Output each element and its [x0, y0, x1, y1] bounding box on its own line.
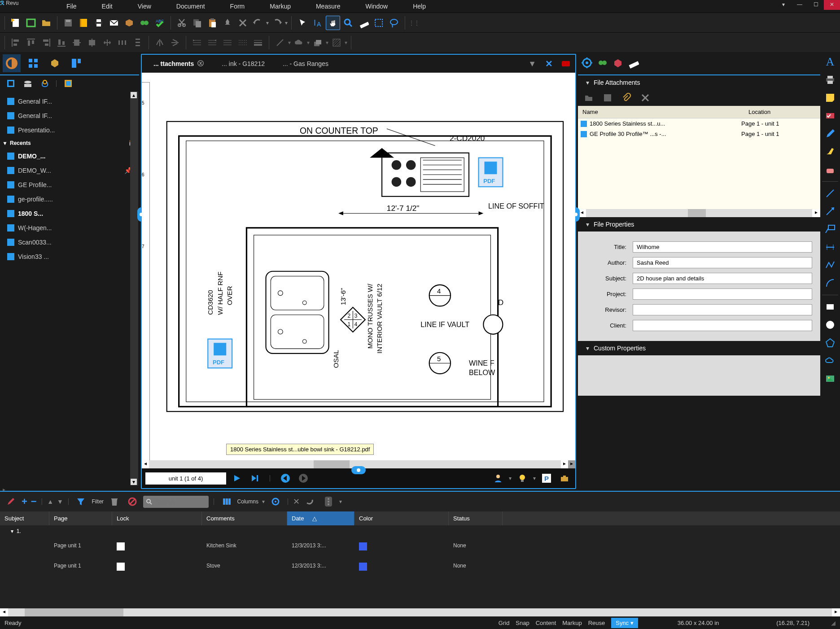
prop-revisor-input[interactable]	[633, 304, 812, 315]
attachment-row[interactable]: 1800 Series Stainless st...u... Page 1 -…	[578, 118, 820, 129]
save-book-icon[interactable]	[76, 16, 91, 30]
record-icon[interactable]	[562, 61, 570, 66]
pin-icon[interactable]	[220, 16, 235, 30]
next-view-icon[interactable]	[296, 471, 311, 485]
pencil-icon[interactable]	[822, 126, 838, 142]
undo-icon[interactable]	[251, 16, 265, 30]
bp-delete-icon[interactable]: ✕	[293, 497, 300, 507]
polygon-icon[interactable]	[822, 335, 838, 351]
maximize-button[interactable]: ☐	[808, 0, 824, 10]
line-style-2-icon[interactable]	[205, 35, 219, 50]
trash-icon[interactable]	[107, 494, 122, 509]
redo-icon[interactable]	[270, 16, 284, 30]
callout-icon[interactable]	[822, 221, 838, 237]
minimize-button[interactable]: —	[792, 0, 808, 10]
paste-icon[interactable]	[205, 16, 219, 30]
tree-item[interactable]: General IF...	[2, 109, 137, 123]
pan-icon[interactable]	[326, 16, 340, 30]
tab-home-icon[interactable]	[3, 54, 21, 72]
close-tab-icon[interactable]: ⓧ	[197, 60, 204, 68]
col-lock[interactable]: Lock	[112, 511, 202, 525]
hatch-icon[interactable]	[329, 35, 344, 50]
open-icon[interactable]	[24, 16, 38, 30]
highlighter-icon[interactable]	[822, 144, 838, 160]
prop-project-input[interactable]	[633, 288, 812, 300]
print-icon[interactable]	[92, 16, 106, 30]
tab-spaces-icon[interactable]	[67, 54, 85, 72]
text-tool-icon[interactable]: A	[822, 54, 838, 70]
menu-help[interactable]: Help	[400, 1, 438, 12]
left-expand-toggle[interactable]: ▸	[0, 485, 139, 491]
delete-icon[interactable]	[236, 16, 250, 30]
tree-scrollbar[interactable]: ▴ ▾	[130, 92, 138, 485]
cut-icon[interactable]	[175, 16, 189, 30]
attachments-header[interactable]: File Attachments	[578, 75, 820, 90]
markup-group[interactable]: ▾ 1.	[0, 525, 840, 537]
menu-measure[interactable]: Measure	[303, 1, 353, 12]
close-button[interactable]: ✕	[824, 0, 840, 10]
paperclip-icon[interactable]	[619, 91, 634, 105]
distribute-icon[interactable]	[100, 35, 114, 50]
menu-form[interactable]: Form	[218, 1, 258, 12]
attachment-row[interactable]: GE Profile 30 Profile™ ...s -... Page 1 …	[578, 129, 820, 139]
copy-icon[interactable]	[190, 16, 204, 30]
markup-row[interactable]: Page unit 1 Stove 12/3/2013 3:... None	[0, 557, 840, 577]
line-tool-icon[interactable]	[273, 35, 287, 50]
rectangle-icon[interactable]	[822, 299, 838, 315]
folder-icon[interactable]	[39, 16, 53, 30]
col-comments[interactable]: Comments	[202, 511, 287, 525]
eraser-icon[interactable]	[822, 162, 838, 178]
tree-item[interactable]: GE Profile...	[2, 178, 137, 192]
select-area-icon[interactable]	[372, 16, 386, 30]
spellcheck-icon[interactable]: ABC	[153, 16, 167, 30]
attach-save-icon[interactable]	[600, 91, 615, 105]
columns-icon[interactable]	[219, 494, 234, 509]
package-icon[interactable]	[122, 16, 136, 30]
doc-tab[interactable]: ... - Gas Ranges	[276, 57, 335, 70]
cloud-shape-icon[interactable]	[822, 353, 838, 369]
reply-icon[interactable]	[303, 494, 318, 509]
col-name[interactable]: Name	[578, 106, 744, 118]
stack-icon[interactable]	[311, 35, 325, 50]
new-file-icon[interactable]	[9, 16, 23, 30]
printer-icon[interactable]	[822, 72, 838, 88]
markup-hscroll[interactable]: ◂ ▸	[0, 608, 840, 616]
lightbulb-icon[interactable]	[515, 471, 529, 485]
play-icon[interactable]	[230, 471, 244, 485]
tab-search-icon[interactable]	[597, 57, 608, 70]
markup-row[interactable]: Page unit 1 Kitchen Sink 12/3/2013 3:...…	[0, 537, 840, 557]
col-date[interactable]: Date △	[287, 511, 354, 525]
line-icon[interactable]	[822, 185, 838, 201]
tree-item[interactable]: 1800 S...	[2, 206, 137, 221]
menu-window[interactable]: Window	[353, 1, 400, 12]
align-left-icon[interactable]	[9, 35, 23, 50]
lasso-icon[interactable]	[387, 16, 401, 30]
prop-client-input[interactable]	[633, 320, 812, 331]
tree-item[interactable]: ge-profile.....	[2, 192, 137, 206]
prop-title-input[interactable]	[633, 241, 812, 253]
menu-edit[interactable]: Edit	[89, 1, 125, 12]
resize-grip-icon[interactable]: ◢	[831, 620, 836, 626]
polyline-icon[interactable]	[822, 257, 838, 273]
zoom-icon[interactable]	[341, 16, 355, 30]
drawing-canvas[interactable]: ON COUNTER TOP 2-CD2020 PDF PDF	[150, 73, 575, 460]
prev-view-icon[interactable]	[278, 471, 293, 485]
align-center-h-icon[interactable]	[70, 35, 84, 50]
compare-icon[interactable]	[137, 16, 152, 30]
briefcase-icon[interactable]	[557, 471, 572, 485]
align-center-v-icon[interactable]	[85, 35, 99, 50]
tab-measure-icon[interactable]	[627, 57, 639, 70]
tab-3d-icon[interactable]	[46, 54, 64, 72]
page-input[interactable]	[145, 472, 226, 485]
dimension-icon[interactable]	[822, 239, 838, 255]
toggle-snap[interactable]: Snap	[516, 620, 529, 626]
tree-item[interactable]: Scan0033...	[2, 235, 137, 249]
align-right-icon[interactable]	[39, 35, 53, 50]
distribute-h-icon[interactable]	[115, 35, 130, 50]
down-icon[interactable]: ▼	[57, 498, 63, 505]
line-style-1-icon[interactable]	[190, 35, 204, 50]
flip-v-icon[interactable]	[168, 35, 182, 50]
line-style-3-icon[interactable]	[220, 35, 235, 50]
col-subject[interactable]: Subject	[0, 511, 49, 525]
toggle-content[interactable]: Content	[536, 620, 556, 626]
